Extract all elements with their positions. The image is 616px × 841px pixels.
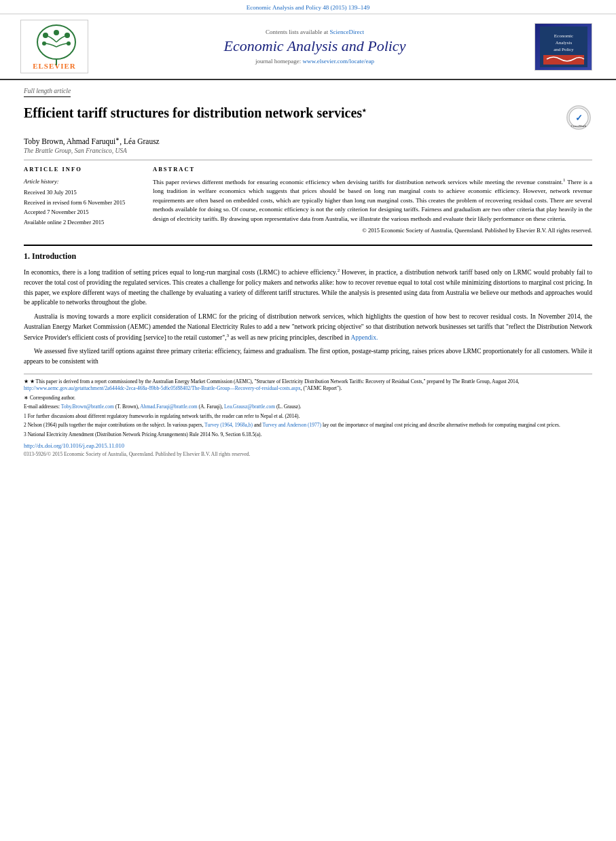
svg-point-2 — [43, 33, 48, 38]
elsevier-tree-logo — [31, 23, 78, 60]
journal-title: Economic Analysis and Policy — [95, 37, 535, 55]
intro-para2: Australia is moving towards a more expli… — [24, 312, 592, 342]
crossmark-svg: ✓ CrossMark — [568, 106, 590, 129]
article-title-text: Efficient tariff structures for distribu… — [24, 104, 565, 122]
appendix-link[interactable]: Appendix. — [350, 334, 378, 341]
abstract-text-block: This paper reviews different methods for… — [153, 177, 592, 235]
body-section: 1. Introduction In economics, there is a… — [24, 245, 592, 367]
article-info-heading: Article Info — [24, 166, 139, 173]
article-info-column: Article Info Article history: Received 3… — [24, 166, 139, 238]
journal-logo-right: Economic Analysis and Policy — [535, 23, 596, 71]
svg-text:CrossMark: CrossMark — [571, 124, 587, 128]
email1-link[interactable]: Toby.Brown@brattle.com — [61, 404, 114, 410]
journal-logo-box: Economic Analysis and Policy — [535, 23, 592, 71]
svg-point-3 — [65, 33, 70, 38]
abstract-heading: Abstract — [153, 166, 592, 173]
aemc-url-link[interactable]: http://www.aemc.gov.au/getattachment/2a6… — [24, 385, 301, 391]
elsevier-svg-logo — [31, 23, 85, 65]
footnote-star: ★ ★ This paper is derived from a report … — [24, 378, 592, 393]
elsevier-logo-box: ELSEVIER — [20, 20, 88, 73]
footer-copyright: 0313-5926/© 2015 Economic Society of Aus… — [24, 451, 592, 457]
abstract-column: Abstract This paper reviews different me… — [153, 166, 592, 238]
article-title-row: Efficient tariff structures for distribu… — [24, 104, 592, 131]
abstract-paragraph: This paper reviews different methods for… — [153, 177, 592, 224]
homepage-link[interactable]: www.elsevier.com/locate/eap — [303, 58, 374, 65]
journal-header: ELSEVIER Contents lists available at Sci… — [0, 14, 616, 80]
title-asterisk: ★ — [362, 108, 366, 113]
svg-rect-11 — [543, 55, 584, 65]
body-divider — [24, 245, 592, 246]
affiliation-line: The Brattle Group, San Francisco, USA — [24, 147, 592, 154]
content-area: Full length article Efficient tariff str… — [0, 80, 616, 464]
two-column-section: Article Info Article history: Received 3… — [24, 166, 592, 238]
homepage-line: journal homepage: www.elsevier.com/locat… — [95, 58, 535, 65]
top-reference-bar: Economic Analysis and Policy 48 (2015) 1… — [0, 0, 616, 14]
crossmark-badge: ✓ CrossMark — [565, 104, 592, 131]
turvey2-link[interactable]: Turvey and Anderson (1977) — [263, 422, 322, 428]
journal-ref-text: Economic Analysis and Policy 48 (2015) 1… — [247, 4, 369, 11]
elsevier-logo-area: ELSEVIER — [20, 20, 95, 73]
sciencedirect-line: Contents lists available at ScienceDirec… — [95, 29, 535, 35]
svg-text:and Policy: and Policy — [554, 47, 574, 52]
svg-text:Economic: Economic — [554, 33, 573, 39]
sciencedirect-link[interactable]: ScienceDirect — [330, 29, 364, 35]
article-history: Article history: Received 30 July 2015 R… — [24, 177, 139, 227]
email2-link[interactable]: Ahmad.Faruqi@brattle.com — [140, 404, 197, 410]
intro-para3: We assessed five stylized tariff options… — [24, 346, 592, 366]
article-type-label: Full length article — [24, 88, 71, 97]
doi-link[interactable]: http://dx.doi.org/10.1016/j.eap.2015.11.… — [24, 442, 592, 449]
abstract-copyright: © 2015 Economic Society of Australia, Qu… — [153, 226, 592, 235]
turvey1-link[interactable]: Turvey (1964, 1968a,b) — [204, 422, 253, 428]
svg-point-4 — [42, 41, 46, 46]
svg-point-5 — [67, 41, 71, 46]
footnote-2: 2 Nelson (1964) pulls together the major… — [24, 422, 592, 429]
svg-point-6 — [54, 30, 59, 35]
intro-heading: 1. Introduction — [24, 251, 592, 262]
intro-para1: In economics, there is a long tradition … — [24, 267, 592, 308]
footnote-1: 1 For further discussions about differen… — [24, 413, 592, 420]
footnote-corresponding: ∗ Corresponding author. — [24, 395, 592, 402]
svg-text:Analysis: Analysis — [555, 40, 572, 46]
footer-area: ★ ★ This paper is derived from a report … — [24, 374, 592, 458]
journal-logo-svg: Economic Analysis and Policy — [540, 26, 587, 67]
intro-body-text: In economics, there is a long tradition … — [24, 267, 592, 367]
authors-line: Toby Brown, Ahmad Faruqui∗, Léa Grausz — [24, 137, 592, 145]
footnote-3: 3 National Electricity Amendment (Distri… — [24, 431, 592, 439]
journal-center-info: Contents lists available at ScienceDirec… — [95, 29, 535, 65]
header-divider — [24, 160, 592, 160]
footnote-emails: E-mail addresses: Toby.Brown@brattle.com… — [24, 404, 592, 411]
email3-link[interactable]: Lea.Grausz@brattle.com — [224, 404, 275, 410]
page: Economic Analysis and Policy 48 (2015) 1… — [0, 0, 616, 841]
svg-text:✓: ✓ — [575, 113, 583, 123]
crossmark-icon: ✓ CrossMark — [566, 105, 591, 130]
